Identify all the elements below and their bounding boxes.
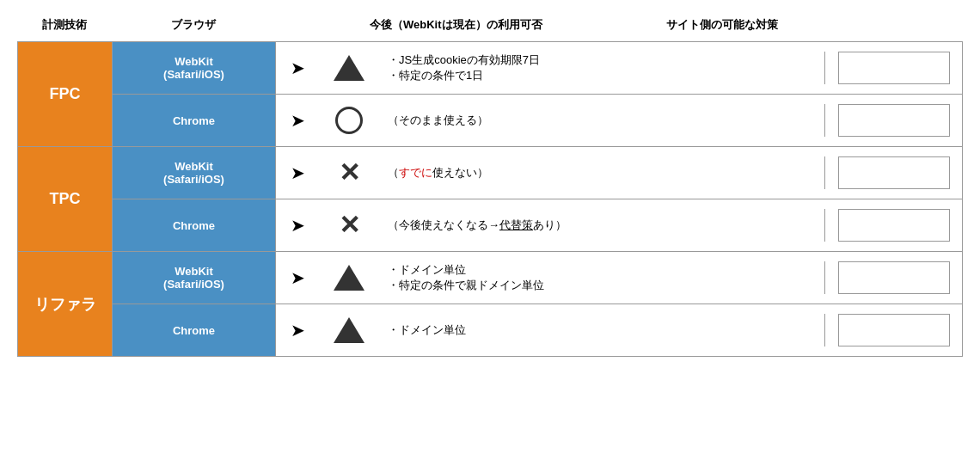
browser-row-fpc-0: WebKit(Safari/iOS)➤JS生成cookieの有効期限7日特定の条… [113,42,962,94]
browser-row-fpc-1: Chrome➤（そのまま使える） [113,94,962,146]
symbol-referrer-0 [319,265,379,291]
arrow-tpc-0: ➤ [276,162,319,183]
tech-label-tpc: TPC [18,147,113,251]
symbol-tpc-1: ✕ [319,212,379,238]
browser-cell-referrer-0: WebKit(Safari/iOS) [113,252,276,304]
triangle-icon [334,55,364,81]
browser-cell-tpc-0: WebKit(Safari/iOS) [113,147,276,199]
main-table: 計測技術 ブラウザ 今後（WebKitは現在）の利用可否 サイト側の可能な対策 … [17,17,963,357]
measure-box-fpc-1[interactable] [838,104,950,137]
cross-icon: ✕ [339,212,360,238]
browser-row-referrer-1: Chrome➤ドメイン単位 [113,304,962,356]
header-browser: ブラウザ [112,17,275,33]
symbol-fpc-1 [319,107,379,134]
list-item: JS生成cookieの有効期限7日 [388,52,540,68]
measure-cell-tpc-1 [824,209,962,242]
desc-referrer-1: ドメイン単位 [379,316,824,345]
section-referrer: リファラWebKit(Safari/iOS)➤ドメイン単位特定の条件で親ドメイン… [17,252,963,357]
header-availability: 今後（WebKitは現在）の利用可否 [361,17,653,33]
arrow-referrer-1: ➤ [276,320,319,340]
desc-fpc-1: （そのまま使える） [379,106,824,135]
section-fpc: FPCWebKit(Safari/iOS)➤JS生成cookieの有効期限7日特… [17,41,963,147]
triangle-icon [334,317,364,343]
header-tech: 計測技術 [17,17,112,33]
measure-cell-fpc-0 [824,52,962,84]
symbol-fpc-0 [319,55,379,81]
measure-box-fpc-0[interactable] [838,52,950,84]
table-header: 計測技術 ブラウザ 今後（WebKitは現在）の利用可否 サイト側の可能な対策 [17,17,963,33]
arrow-fpc-0: ➤ [276,58,319,78]
browser-row-tpc-1: Chrome➤✕（今後使えなくなる→代替策あり） [113,199,962,251]
arrow-referrer-0: ➤ [276,267,319,288]
browser-cell-fpc-0: WebKit(Safari/iOS) [113,42,276,94]
desc-referrer-0: ドメイン単位特定の条件で親ドメイン単位 [379,255,824,300]
desc-after: 使えない） [432,165,488,181]
measure-cell-tpc-0 [824,156,962,189]
desc-fpc-0: JS生成cookieの有効期限7日特定の条件で1日 [379,46,824,90]
browser-rows-tpc: WebKit(Safari/iOS)➤✕（すでに使えない）Chrome➤✕（今後… [113,147,962,251]
browser-cell-referrer-1: Chrome [113,304,276,356]
desc-red-text: すでに [399,165,432,181]
desc-underline-text: 代替策 [499,218,533,233]
measure-box-tpc-1[interactable] [838,209,950,242]
list-item: ドメイン単位 [388,262,544,278]
browser-rows-referrer: WebKit(Safari/iOS)➤ドメイン単位特定の条件で親ドメイン単位Ch… [113,252,962,356]
triangle-icon [334,265,364,291]
arrow-fpc-1: ➤ [276,110,319,131]
browser-row-tpc-0: WebKit(Safari/iOS)➤✕（すでに使えない） [113,147,962,199]
list-item: 特定の条件で1日 [388,68,540,83]
measure-cell-referrer-1 [824,314,962,346]
desc-text: （そのまま使える） [388,113,488,128]
measure-cell-fpc-1 [824,104,962,137]
circle-icon [335,107,363,134]
section-tpc: TPCWebKit(Safari/iOS)➤✕（すでに使えない）Chrome➤✕… [17,147,963,252]
tech-label-referrer: リファラ [18,252,113,356]
cross-icon: ✕ [339,160,360,186]
arrow-tpc-1: ➤ [276,215,319,236]
table-body: FPCWebKit(Safari/iOS)➤JS生成cookieの有効期限7日特… [17,41,963,357]
desc-tpc-1: （今後使えなくなる→代替策あり） [379,211,824,240]
symbol-tpc-0: ✕ [319,160,379,186]
tech-label-fpc: FPC [18,42,113,146]
browser-cell-fpc-1: Chrome [113,95,276,146]
browser-cell-tpc-1: Chrome [113,199,276,251]
measure-box-tpc-0[interactable] [838,156,950,189]
measure-box-referrer-1[interactable] [838,314,950,346]
measure-box-referrer-0[interactable] [838,261,950,294]
browser-rows-fpc: WebKit(Safari/iOS)➤JS生成cookieの有効期限7日特定の条… [113,42,962,146]
browser-row-referrer-0: WebKit(Safari/iOS)➤ドメイン単位特定の条件で親ドメイン単位 [113,252,962,304]
header-measure: サイト側の可能な対策 [653,17,791,33]
desc-before: （ [388,165,399,181]
desc-after-underline: あり） [533,218,567,233]
desc-before-underline: （今後使えなくなる→ [388,218,499,233]
list-item: ドメイン単位 [388,322,466,338]
measure-cell-referrer-0 [824,261,962,294]
symbol-referrer-1 [319,317,379,343]
list-item: 特定の条件で親ドメイン単位 [388,278,544,293]
desc-tpc-0: （すでに使えない） [379,158,824,187]
